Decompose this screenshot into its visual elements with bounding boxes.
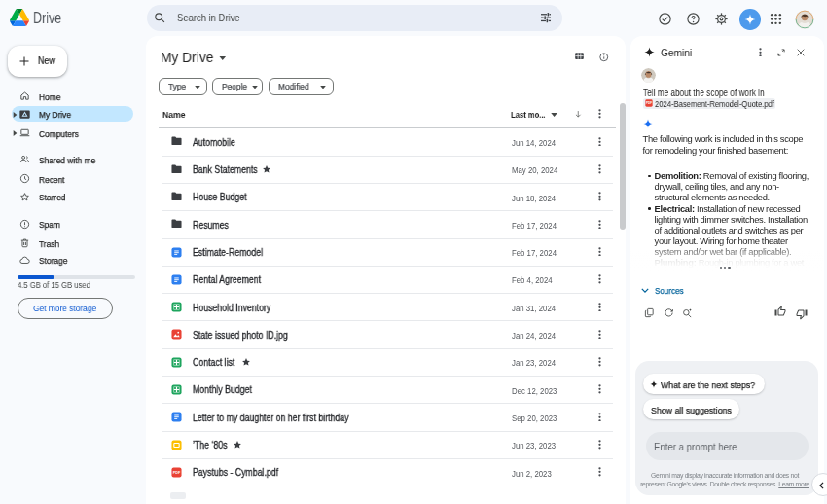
svg-text:PDF: PDF xyxy=(646,101,652,105)
svg-text:PDF: PDF xyxy=(173,471,181,475)
